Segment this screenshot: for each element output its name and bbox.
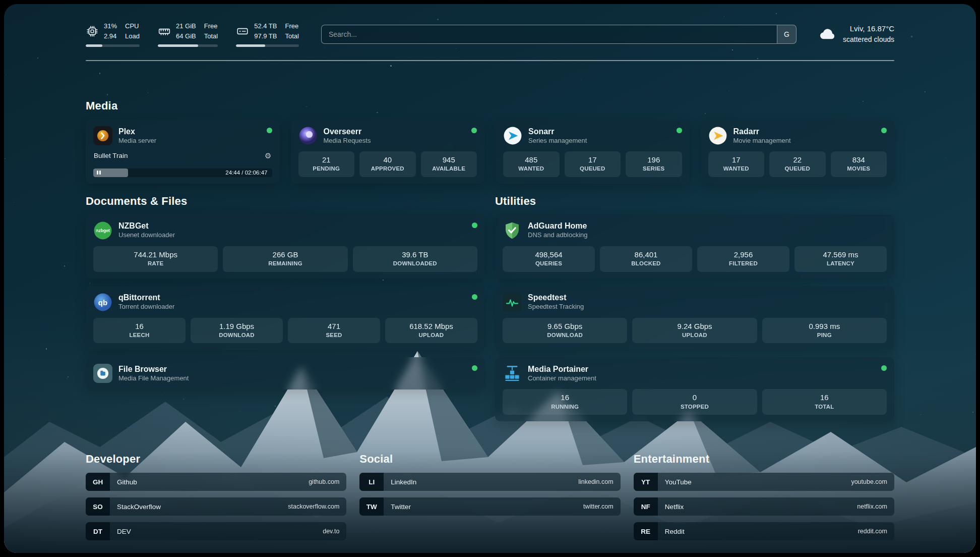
ram-total-value: 64 GiB bbox=[176, 31, 196, 41]
stat-upload: 9.24 Gbps UPLOAD bbox=[632, 318, 757, 344]
app-card-overseerr[interactable]: Overseerr Media Requests 21 PENDING 40 A… bbox=[291, 120, 485, 184]
topbar: 31% 2.94 CPU Load bbox=[86, 21, 894, 47]
stat-remaining: 266 GB REMAINING bbox=[223, 246, 347, 272]
header-divider bbox=[86, 60, 894, 61]
status-online-dot bbox=[472, 365, 477, 371]
bookmark-abbr: SO bbox=[86, 497, 110, 516]
overseerr-icon bbox=[298, 126, 318, 145]
app-name: File Browser bbox=[118, 364, 189, 374]
utilities-section: Utilities bbox=[495, 195, 894, 421]
stat-available: 945 AVAILABLE bbox=[421, 151, 477, 177]
bookmark-abbr: TW bbox=[359, 497, 384, 516]
cpu-widget: 31% 2.94 CPU Load bbox=[86, 21, 140, 47]
bookmark-dev[interactable]: DT DEV dev.to bbox=[86, 522, 346, 540]
section-title-utilities: Utilities bbox=[495, 195, 894, 208]
svg-text:nzbget: nzbget bbox=[96, 228, 110, 233]
ram-usage-bar bbox=[158, 44, 218, 47]
app-card-adguard[interactable]: AdGuard Home DNS and adblocking 498,564 … bbox=[495, 214, 894, 278]
sonarr-icon bbox=[503, 126, 522, 145]
section-title-entertainment: Entertainment bbox=[634, 453, 894, 466]
app-subtitle: Usenet downloader bbox=[118, 231, 175, 240]
bookmark-netflix[interactable]: NF Netflix netflix.com bbox=[634, 497, 894, 516]
stat-rate: 744.21 Mbps RATE bbox=[93, 246, 218, 272]
speedtest-icon bbox=[503, 293, 522, 312]
disk-free-value: 52.4 TB bbox=[254, 21, 277, 31]
status-online-dot bbox=[881, 128, 887, 133]
settings-gear-icon[interactable]: ⚙ bbox=[265, 152, 271, 159]
stat-download: 9.65 Gbps DOWNLOAD bbox=[503, 318, 627, 344]
cpu-usage-bar-fill bbox=[86, 44, 102, 47]
app-card-qbittorrent[interactable]: qb qBittorrent Torrent downloader bbox=[86, 286, 485, 350]
stat-wanted: 485 WANTED bbox=[503, 151, 560, 177]
cpu-label: CPU bbox=[125, 21, 140, 31]
weather-condition: scattered clouds bbox=[843, 34, 894, 44]
cpu-load-label: Load bbox=[125, 31, 140, 41]
bookmark-linkedin[interactable]: LI LinkedIn linkedin.com bbox=[359, 473, 620, 491]
bookmark-abbr: DT bbox=[86, 522, 110, 540]
bookmark-url: github.com bbox=[309, 478, 339, 485]
stat-total: 16 TOTAL bbox=[762, 389, 887, 415]
app-name: Media Portainer bbox=[528, 364, 596, 374]
plex-icon bbox=[93, 126, 112, 145]
bookmark-url: stackoverflow.com bbox=[288, 503, 339, 510]
section-title-social: Social bbox=[359, 453, 620, 466]
ram-free-value: 21 GiB bbox=[176, 21, 196, 31]
nzbget-icon: nzbget bbox=[93, 221, 112, 240]
app-subtitle: Media Requests bbox=[324, 137, 371, 145]
bookmark-name: DEV bbox=[117, 528, 131, 535]
bookmark-twitter[interactable]: TW Twitter twitter.com bbox=[359, 497, 620, 516]
cpu-load-average: 2.94 bbox=[104, 31, 117, 41]
bookmark-github[interactable]: GH Github github.com bbox=[86, 473, 346, 491]
app-subtitle: DNS and adblocking bbox=[528, 231, 588, 240]
adguard-icon bbox=[503, 221, 522, 240]
app-subtitle: Container management bbox=[528, 374, 596, 383]
qbittorrent-icon: qb bbox=[93, 293, 112, 312]
app-card-sonarr[interactable]: Sonarr Series management 485 WANTED 17 Q… bbox=[496, 120, 690, 184]
bookmark-reddit[interactable]: RE Reddit reddit.com bbox=[634, 522, 894, 540]
search-engine-button[interactable]: G bbox=[777, 25, 796, 43]
disk-widget: 52.4 TB 97.9 TB Free Total bbox=[236, 21, 299, 47]
stat-seed: 471 SEED bbox=[288, 318, 380, 344]
portainer-icon bbox=[503, 364, 522, 383]
app-card-portainer[interactable]: Media Portainer Container management 16 … bbox=[495, 357, 894, 421]
ram-usage-bar-fill bbox=[158, 44, 198, 47]
bookmark-youtube[interactable]: YT YouTube youtube.com bbox=[634, 473, 894, 491]
svg-text:qb: qb bbox=[98, 298, 107, 306]
dashboard-window: 31% 2.94 CPU Load bbox=[4, 4, 976, 553]
bookmark-url: linkedin.com bbox=[578, 478, 613, 485]
app-subtitle: Torrent downloader bbox=[118, 303, 174, 311]
app-name: Overseerr bbox=[324, 127, 371, 137]
filebrowser-icon bbox=[93, 364, 112, 383]
app-card-speedtest[interactable]: Speedtest Speedtest Tracking 9.65 Gbps D… bbox=[495, 286, 894, 350]
weather-location: Lviv, 16.87°C bbox=[843, 23, 894, 34]
cpu-usage-bar bbox=[86, 44, 140, 47]
disk-free-label: Free bbox=[285, 21, 298, 31]
app-card-radarr[interactable]: Radarr Movie management 17 WANTED 22 QUE… bbox=[701, 120, 895, 184]
search-input[interactable] bbox=[322, 25, 777, 43]
bookmark-stackoverflow[interactable]: SO StackOverflow stackoverflow.com bbox=[86, 497, 346, 516]
disk-usage-bar-fill bbox=[236, 44, 265, 47]
bookmark-url: dev.to bbox=[323, 528, 339, 535]
app-card-plex[interactable]: Plex Media server Bullet Train ⚙ 24:44 /… bbox=[86, 120, 280, 184]
radarr-icon bbox=[708, 126, 727, 145]
bookmark-url: twitter.com bbox=[583, 503, 614, 510]
stat-running: 16 RUNNING bbox=[503, 389, 627, 415]
status-online-dot bbox=[677, 128, 682, 133]
stat-leech: 16 LEECH bbox=[93, 318, 186, 344]
now-playing-title: Bullet Train bbox=[94, 152, 128, 159]
status-online-dot bbox=[267, 128, 272, 133]
bookmark-abbr: GH bbox=[86, 473, 110, 491]
pause-icon[interactable] bbox=[97, 169, 101, 177]
social-section: Social LI LinkedIn linkedin.com TW Twitt… bbox=[359, 453, 620, 540]
app-card-nzbget[interactable]: nzbget NZBGet Usenet downloader 74 bbox=[86, 214, 485, 278]
ram-free-label: Free bbox=[204, 21, 218, 31]
status-online-dot bbox=[881, 365, 887, 371]
bookmark-url: reddit.com bbox=[858, 528, 887, 535]
app-card-filebrowser[interactable]: File Browser Media File Management bbox=[86, 357, 485, 389]
stat-queued: 22 QUEUED bbox=[769, 151, 826, 177]
stat-movies: 834 MOVIES bbox=[831, 151, 887, 177]
stat-latency: 47.569 ms LATENCY bbox=[794, 246, 887, 272]
stat-pending: 21 PENDING bbox=[298, 151, 355, 177]
app-subtitle: Movie management bbox=[733, 137, 791, 145]
playback-progress-bar[interactable]: 24:44 / 02:06:47 bbox=[93, 169, 272, 177]
